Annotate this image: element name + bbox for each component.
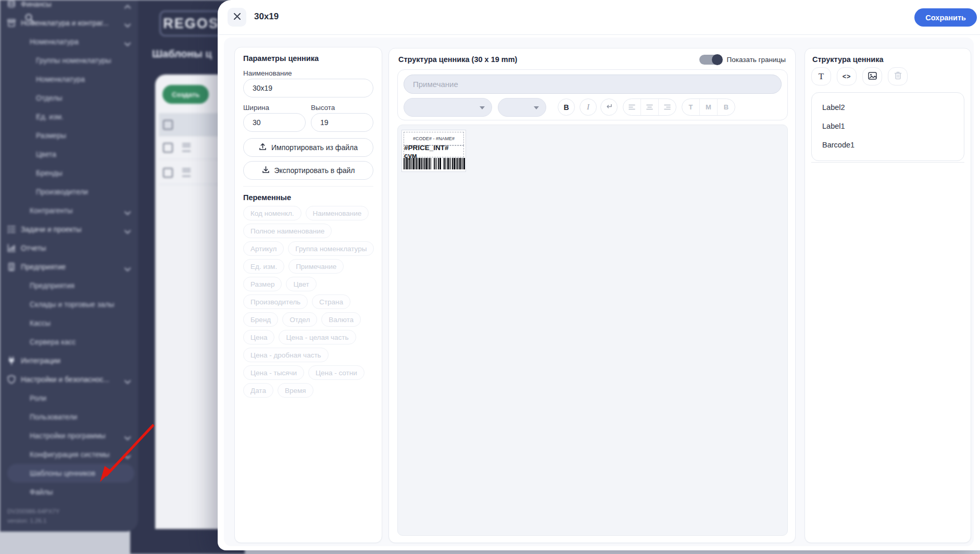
align-right-button[interactable] <box>658 99 676 115</box>
width-label: Ширина <box>243 104 269 112</box>
export-button[interactable]: Экспортировать в файл <box>243 161 373 180</box>
variable-chip[interactable]: Артикул <box>243 241 284 256</box>
enter-icon <box>606 103 612 111</box>
variable-chip[interactable]: Полное наименование <box>243 224 332 238</box>
modal-body: Параметры ценника Наименование Ширина Вы… <box>224 38 974 546</box>
variable-chip[interactable]: Размер <box>243 277 282 291</box>
template-editor-modal: 30x19 Сохранить Параметры ценника Наимен… <box>218 0 980 550</box>
chevron-down-icon <box>480 106 485 109</box>
variable-chip[interactable]: Код номенкл. <box>243 206 301 220</box>
structure-list-item[interactable]: Label2 <box>812 98 964 117</box>
align-center-button[interactable] <box>640 99 658 115</box>
params-panel: Параметры ценника Наименование Ширина Вы… <box>234 47 382 543</box>
variable-chip[interactable]: Бренд <box>243 312 278 327</box>
code-icon: <> <box>843 73 851 80</box>
variable-chip[interactable]: Валюта <box>321 312 361 327</box>
add-text-button[interactable]: T <box>811 67 831 85</box>
image-icon <box>868 72 877 81</box>
italic-button[interactable]: I <box>580 99 597 116</box>
structure-list: Label2Label1Barcode1 <box>811 92 964 161</box>
note-input[interactable] <box>404 75 782 94</box>
structure-toolbar: T <> <box>811 67 908 85</box>
width-input[interactable] <box>243 113 306 132</box>
name-input[interactable] <box>243 79 373 97</box>
height-label: Высота <box>311 104 335 112</box>
import-button[interactable]: Импортировать из файла <box>243 138 373 157</box>
toggle-knob <box>712 54 723 65</box>
variable-chip[interactable]: Цена - целая часть <box>279 330 356 344</box>
label-line2[interactable]: #PRICE_INT# сум <box>404 145 464 157</box>
variable-chip[interactable]: Цена - дробная часть <box>243 348 329 362</box>
variable-chip[interactable]: Отдел <box>282 312 317 327</box>
show-borders-toggle[interactable] <box>699 55 722 65</box>
align-group <box>623 99 676 116</box>
size-option-button[interactable]: B <box>717 99 735 115</box>
variable-chip[interactable]: Цвет <box>286 277 316 291</box>
height-input[interactable] <box>311 113 373 132</box>
variable-chip[interactable]: Ед. изм. <box>243 259 284 274</box>
variable-chip[interactable]: Производитель <box>243 294 308 309</box>
variable-chip[interactable]: Дата <box>243 383 273 398</box>
name-label: Наименование <box>243 69 292 77</box>
modal-title: 30x19 <box>254 11 279 22</box>
trash-icon <box>894 71 902 81</box>
toggle-label: Показать границы <box>726 56 786 64</box>
variable-chip[interactable]: Цена - тысячи <box>243 365 304 380</box>
modal-header: 30x19 Сохранить <box>218 0 980 35</box>
chevron-down-icon <box>534 106 539 109</box>
delete-button[interactable] <box>888 67 908 85</box>
structure-list-item[interactable]: Barcode1 <box>812 136 964 154</box>
add-image-button[interactable] <box>862 67 882 85</box>
variable-chip[interactable]: Страна <box>312 294 350 309</box>
size-option-button[interactable]: M <box>699 99 717 115</box>
params-heading: Параметры ценника <box>243 54 319 63</box>
size-group: TMB <box>682 99 735 116</box>
structure-list-item[interactable]: Label1 <box>812 117 964 136</box>
structure-heading: Структура ценника <box>812 55 884 64</box>
variable-chip[interactable]: Время <box>278 383 313 398</box>
font-size-select[interactable] <box>498 98 546 117</box>
size-option-button[interactable]: T <box>682 99 699 115</box>
divider <box>811 162 964 163</box>
variables-heading: Переменные <box>243 193 291 202</box>
label-canvas[interactable]: #CODE# - #NAME# #PRICE_INT# сум <box>397 125 788 536</box>
text-icon: T <box>819 71 824 82</box>
close-button[interactable] <box>228 8 246 27</box>
structure-panel: Структура ценника T <> Label <box>805 48 971 543</box>
text-toolbar: B I <box>397 69 788 120</box>
align-left-button[interactable] <box>623 99 640 115</box>
screen: Создать REGOS Шаблоны ц Финансы <box>0 0 980 554</box>
designer-heading: Структура ценника (30 x 19 mm) <box>398 55 517 64</box>
variable-chip[interactable]: Группа номенклатуры <box>288 241 374 256</box>
barcode-preview[interactable] <box>404 158 465 169</box>
close-icon <box>233 13 241 22</box>
variable-chip[interactable]: Примечание <box>288 259 344 274</box>
variable-chips: Код номенкл.НаименованиеПолное наименова… <box>243 206 374 398</box>
label-preview[interactable]: #CODE# - #NAME# #PRICE_INT# сум <box>401 130 466 172</box>
variable-chip[interactable]: Цена <box>243 330 274 344</box>
format-row: B I <box>404 98 782 117</box>
bold-button[interactable]: B <box>558 99 575 116</box>
show-borders-toggle-wrap: Показать границы <box>699 55 786 65</box>
save-button[interactable]: Сохранить <box>914 8 977 27</box>
download-icon <box>262 166 270 175</box>
font-family-select[interactable] <box>404 98 492 117</box>
variable-chip[interactable]: Наименование <box>306 206 369 220</box>
divider <box>243 186 373 187</box>
line-break-button[interactable] <box>600 99 618 116</box>
variable-chip[interactable]: Цена - сотни <box>308 365 365 380</box>
designer-panel: Структура ценника (30 x 19 mm) Показать … <box>388 48 796 543</box>
add-code-button[interactable]: <> <box>837 67 857 85</box>
upload-icon <box>259 143 267 152</box>
